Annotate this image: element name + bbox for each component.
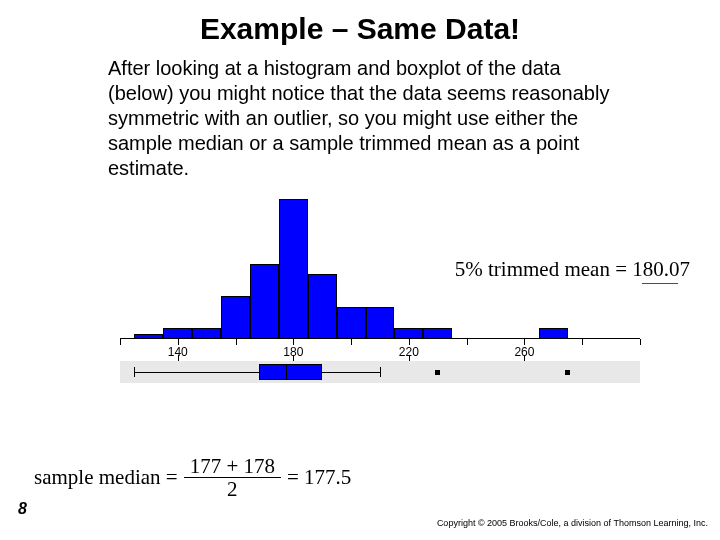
boxplot-outlier	[565, 370, 570, 375]
formula-lhs: sample median =	[34, 465, 178, 490]
histogram-bar	[337, 307, 366, 339]
page-title: Example – Same Data!	[0, 0, 720, 56]
histogram-bar	[250, 264, 279, 339]
trimmed-mean-annotation: 5% trimmed mean = 180.07	[455, 257, 690, 282]
histogram-boxplot-chart: 140180220260 5% trimmed mean = 180.07	[120, 187, 640, 387]
page-number: 8	[18, 500, 27, 518]
copyright-text: Copyright © 2005 Brooks/Cole, a division…	[437, 518, 708, 528]
histogram-bar	[279, 199, 308, 339]
formula-numerator: 177 + 178	[184, 455, 281, 478]
formula-rhs: = 177.5	[287, 465, 351, 490]
trimmed-mean-line	[642, 283, 678, 284]
histogram-bar	[221, 296, 250, 339]
formula-denominator: 2	[221, 478, 244, 500]
boxplot	[120, 357, 640, 387]
median-formula: sample median = 177 + 178 2 = 177.5	[34, 455, 351, 500]
boxplot-outlier	[435, 370, 440, 375]
histogram-bar	[308, 274, 337, 339]
body-paragraph: After looking at a histogram and boxplot…	[0, 56, 720, 181]
histogram-bar	[366, 307, 395, 339]
